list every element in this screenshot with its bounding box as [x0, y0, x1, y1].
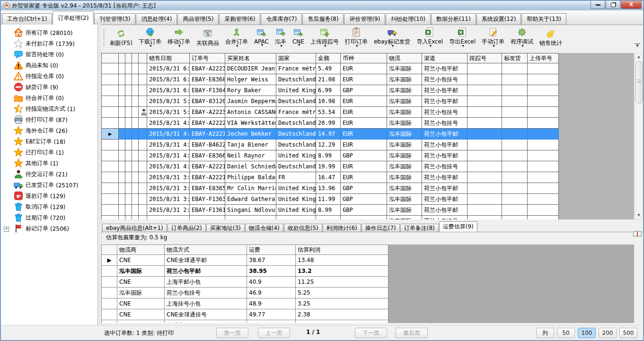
menu-tab-6[interactable]: 采购管理(6)	[219, 13, 260, 25]
column-settings-button[interactable]: 列	[536, 328, 554, 338]
toolbar-button-merge-4[interactable]: 合并订单▼	[222, 26, 251, 51]
sidebar-item-17[interactable]: 过期订单(720)	[1, 212, 97, 223]
dropdown-arrow-icon[interactable]: ▼	[298, 43, 300, 46]
toolbar-button-gear-14[interactable]: 程序调试▼	[508, 26, 536, 51]
dropdown-arrow-icon[interactable]: ▼	[392, 44, 394, 47]
dropdown-arrow-icon[interactable]: ▼	[280, 44, 282, 47]
toolbar-button-upload-window-8[interactable]: 上传跟踪号▼	[308, 26, 342, 51]
sidebar-item-10[interactable]: E邮宝订单(18)	[1, 136, 97, 147]
freight-column-header[interactable]: 运费	[247, 245, 296, 255]
dropdown-arrow-icon[interactable]: ▼	[356, 44, 358, 47]
dropdown-arrow-icon[interactable]: ▼	[324, 44, 326, 47]
detail-tab-9[interactable]: 运费估算(9)	[439, 221, 477, 232]
prev-page-button[interactable]: 上一页	[258, 328, 290, 338]
orders-column-header[interactable]: 销售日期	[147, 53, 190, 63]
menu-tab-7[interactable]: 仓库库存(7)	[261, 13, 302, 25]
freight-row[interactable]: CNE上海平邮小包40.911.25	[102, 277, 388, 288]
menu-tab-2[interactable]: 订单处理(2)	[53, 11, 94, 25]
toolbar-button-send-window-7[interactable]: CNE▼	[290, 26, 307, 50]
page-size-200[interactable]: 200	[599, 328, 617, 338]
menu-tab-12[interactable]: 系统设置(12)	[476, 13, 521, 25]
page-size-50[interactable]: 50	[557, 328, 575, 338]
dropdown-arrow-icon[interactable]: ▼	[150, 44, 152, 47]
menu-tab-8[interactable]: 售后服务(8)	[302, 13, 344, 25]
toolbar-overflow-icon[interactable]: ▼	[635, 44, 640, 48]
detail-tab-6[interactable]: 利润统计(6)	[323, 224, 361, 232]
sidebar-item-1[interactable]: 未付款订单(1739)	[1, 38, 97, 49]
orders-column-header[interactable]: 上传单号	[528, 53, 559, 63]
orders-column-header[interactable]: 金额	[316, 53, 341, 63]
detail-tab-1[interactable]: ebay商品信息(Alt+1)	[102, 224, 167, 232]
detail-tab-4[interactable]: 物流仓储(4)	[245, 224, 283, 232]
expand-toggle-icon[interactable]: +	[4, 227, 9, 232]
dropdown-arrow-icon[interactable]: ▼	[178, 44, 181, 47]
order-row[interactable]: 2015/8/31 4:11EBAY-E8366Neil RaynorUnite…	[102, 150, 559, 161]
minimize-button[interactable]	[591, 1, 605, 9]
menu-tab-11[interactable]: 数据分析(11)	[431, 13, 476, 25]
sidebar-item-6[interactable]: 待合并订单(0)	[1, 93, 97, 104]
detail-tab-3[interactable]: 买家地址(3)	[206, 224, 245, 232]
freight-row[interactable]: CNECNE全球通挂号49.772.38	[102, 309, 388, 320]
freight-row[interactable]: 泓丰国际荷兰小包平邮38.9513.2	[102, 266, 388, 277]
toolbar-button-truck-10[interactable]: ebay标记发货▼	[371, 26, 413, 51]
restore-button[interactable]	[606, 1, 620, 9]
order-row[interactable]: 2015/8/31 3:30EBAY-E8365Mr Colin Marriot…	[102, 183, 559, 194]
order-row[interactable]: 2015/8/31 6:08EBAY-F1364Rory BakerUnited…	[102, 85, 559, 96]
orders-column-header[interactable]: 国家	[276, 53, 316, 63]
menu-tab-1[interactable]: 工作台(Ctrl+1)	[2, 13, 52, 25]
orders-column-header[interactable]: 物流	[387, 53, 422, 63]
order-row[interactable]: ▶2015/8/31 4:46EBAY-A22219Jochen BekkerD…	[102, 129, 559, 140]
sidebar-item-7[interactable]: 待指定物流方式(1)	[1, 104, 97, 114]
order-row-partial[interactable]: 泓丰国际荷兰小包挂号	[102, 216, 559, 220]
menu-tab-4[interactable]: 消息处理(4)	[136, 13, 177, 25]
freight-row[interactable]: ▶CNECNE全球通平邮38.6713.48	[102, 255, 388, 266]
detail-tab-7[interactable]: 操作日志(7)	[362, 224, 400, 232]
sidebar-item-3[interactable]: 商品未知(0)	[1, 60, 97, 71]
sidebar-item-15[interactable]: 退款订单(129)	[1, 191, 97, 201]
dropdown-arrow-icon[interactable]: ▼	[236, 44, 238, 47]
menu-tab-3[interactable]: 刊登管理(3)	[94, 13, 135, 25]
sidebar-item-8[interactable]: 待打印订单(87)	[1, 114, 97, 125]
orders-column-header[interactable]: 币种	[341, 53, 387, 63]
toolbar-button-arrow-right-2[interactable]: 移动订单▼	[165, 26, 193, 51]
order-row[interactable]: 2015/8/31 4:53EBAY-A22220VIA Werkstätten…	[102, 118, 559, 129]
order-row[interactable]: 2015/8/31 6:28EBAY-E8368Holger WeissDeut…	[102, 74, 559, 85]
order-row[interactable]: 2015/8/31 6:37EBAY-A22236DECOUDIER Jean-…	[102, 63, 559, 74]
next-page-button[interactable]: 下一页	[355, 328, 387, 338]
first-page-button[interactable]: 第一页	[216, 328, 248, 338]
dropdown-arrow-icon[interactable]: ▼	[261, 43, 264, 46]
toolbar-button-link-window-3[interactable]: 关联商品	[194, 27, 222, 49]
dropdown-arrow-icon[interactable]: ▼	[429, 44, 432, 47]
orders-column-header[interactable]: 跟踪号	[468, 53, 502, 63]
toolbar-button-send-window-6[interactable]: 泓丰▼	[272, 26, 289, 51]
order-row[interactable]: 2015/8/31 3:18EBAY-F1363Edward GatheralU…	[102, 194, 559, 205]
orders-scrollbar[interactable]: ▲ ▼	[635, 53, 643, 219]
menu-tab-9[interactable]: 评价管理(9)	[344, 13, 385, 25]
sidebar-item-4[interactable]: 待指定仓库(0)	[1, 71, 97, 82]
toolbar-button-send-window-5[interactable]: APAC▼	[251, 26, 272, 50]
freight-row-partial[interactable]: 全球挂号	[102, 320, 388, 324]
order-row[interactable]: 2015/8/31 4:16EBAY-B4622Tanja BienerDeut…	[102, 140, 559, 150]
detail-tab-8[interactable]: 订单备注(8)	[400, 224, 439, 232]
scrollbar-thumb[interactable]	[635, 61, 643, 104]
menu-tab-13[interactable]: 帮助关于(13)	[521, 13, 566, 25]
toolbar-button-excel-11[interactable]: 导入Excel▼	[414, 26, 446, 51]
orders-column-header[interactable]: 渠道	[422, 53, 468, 63]
sidebar-item-16[interactable]: 取消订单(129)	[1, 201, 97, 212]
sidebar-item-5[interactable]: 缺货订单(9)	[1, 82, 97, 93]
order-row[interactable]: 2015/8/31 4:00EBAY-A22218Daniel Schniede…	[102, 161, 559, 172]
toolbar-button-refresh-0[interactable]: 刷新(F5)	[107, 27, 135, 49]
orders-column-header[interactable]: 订单号	[190, 53, 225, 63]
freight-column-header[interactable]: 物流方式	[165, 245, 247, 255]
sidebar-item-12[interactable]: 其他订单(1)	[1, 158, 97, 169]
order-row[interactable]: 2015/8/31 5:59EBAY-83120...Jasmin Depper…	[102, 96, 559, 107]
order-row[interactable]: 2015/8/31 3:53EBAY-A22217Philippe Baldac…	[102, 172, 559, 183]
toolbar-button-clipboard-9[interactable]: 打印订单▼	[342, 26, 371, 51]
sidebar-item-9[interactable]: 海外仓订单(26)	[1, 125, 97, 136]
sidebar-item-0[interactable]: 所有订单(28010)	[1, 27, 97, 38]
dropdown-arrow-icon[interactable]: ▼	[493, 44, 495, 47]
freight-row[interactable]: CNE上海挂号小包48.93.25	[102, 298, 388, 309]
toolbar-button-coins-15[interactable]: 销售统计	[537, 27, 565, 49]
detail-tab-2[interactable]: 订单商品(2)	[168, 224, 206, 232]
sidebar-item-14[interactable]: 已发货订单(25107)	[1, 180, 97, 191]
